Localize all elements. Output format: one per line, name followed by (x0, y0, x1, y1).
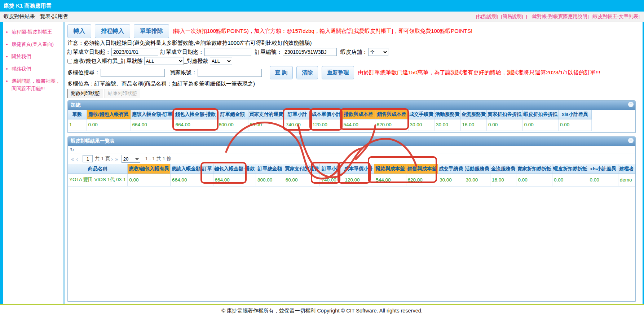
pager-next-icon[interactable]: › (111, 156, 113, 162)
import-button[interactable]: 轉入 (67, 24, 91, 38)
sidebar-item-home[interactable]: 康捷首頁(登入畫面) (12, 41, 62, 48)
body-layout: 流程圖-蝦皮對帳王 康捷首頁(登入畫面) 關於我們 聯絡我們 遇到問題，臉書社團… (0, 22, 644, 304)
totals-col-payment: 金流服務費 (460, 110, 487, 119)
help-links: [扣點說明] [簡易說明] [一鍵對帳-對帳實際應用說明] [蝦皮對帳王-文章列… (475, 13, 640, 20)
points-note: (轉入一次須扣100點蝦POINTS)，加入官方賴：@157fdzbq，輸入通關… (173, 28, 472, 35)
close-print-button[interactable]: 結束列印狀態 (105, 89, 140, 98)
results-panel: 蝦皮對帳結果一覽表 − ↻ « ‹ 共 1 頁 › » 20 1 - 1 共 1… (67, 136, 636, 302)
page-title: 蝦皮對帳結果一覽表-試用者 (4, 13, 68, 20)
link-onekey-help[interactable]: [一鍵對帳-對帳實際應用說明] (526, 14, 589, 19)
date-to-input[interactable] (204, 48, 251, 56)
sidebar-item-about[interactable]: 關於我們 (12, 53, 62, 61)
totals-col-subtotal: 訂單小計 (284, 110, 311, 119)
results-col-order-total[interactable]: 訂單總金額 (256, 164, 284, 174)
results-col-creator[interactable]: 建檔者 (618, 164, 635, 174)
shop-select[interactable]: 全 (368, 48, 388, 56)
totals-panel-title: 加總 (71, 102, 80, 108)
results-panel-title: 蝦皮對帳結果一覽表 (71, 138, 115, 144)
totals-col-cost: 成本單價小計 (311, 110, 342, 119)
buyer-input[interactable] (198, 69, 262, 77)
multi-search-label: 多欄位搜尋： (67, 69, 100, 76)
link-article-list[interactable]: [蝦皮對帳王-文章列表] (592, 14, 640, 19)
open-print-button[interactable]: 開啟列印狀態 (67, 89, 103, 98)
pager-first-icon[interactable]: « (71, 156, 74, 162)
totals-header-row: 筆數 應收/錢包入帳有異 應該入帳金額-訂單 錢包入帳金額-撥款 訂單總金額 買… (68, 110, 592, 119)
totals-table: 筆數 應收/錢包入帳有異 應該入帳金額-訂單 錢包入帳金額-撥款 訂單總金額 買… (68, 110, 592, 131)
collapse-icon[interactable]: − (628, 102, 634, 107)
sidebar-item-facebook[interactable]: 遇到問題，臉書社團，問問題不用錢!!! (12, 78, 62, 93)
page-header: 蝦皮對帳結果一覽表-試用者 [扣點說明] [簡易說明] [一鍵對帳-對帳實際應用… (0, 12, 644, 22)
results-col-diff-flag[interactable]: 應收/錢包入帳有異 (128, 164, 171, 174)
sidebar-item-flowchart[interactable]: 流程圖-蝦皮對帳王 (12, 29, 62, 36)
results-header-row: 商品名稱 應收/錢包入帳有異 應該入帳金額-訂單 錢包入帳金額-撥款 訂單總金額… (68, 164, 635, 174)
date-from-input[interactable] (111, 48, 158, 56)
refresh-icon[interactable]: ↻ (70, 147, 74, 153)
results-col-fee[interactable]: 成交手續費 (438, 164, 464, 174)
order-status-select[interactable]: ALL (144, 57, 184, 65)
pager-total-pages: 共 1 頁 (95, 156, 110, 162)
main-content: 轉入 排程轉入 單筆排除 (轉入一次須扣100點蝦POINTS)，加入官方賴：@… (63, 22, 643, 304)
results-col-sales-diff[interactable]: 銷售與成本差 (406, 164, 438, 174)
clear-button[interactable]: 清除 (296, 66, 318, 79)
multi-search-input[interactable] (101, 69, 165, 77)
table-row[interactable]: YOTA 豐田 VIOS 1代 03-1 0.00 664.00 664.00 … (68, 174, 635, 187)
pager-prev-icon[interactable]: ‹ (76, 156, 78, 162)
sidebar-menu: 流程圖-蝦皮對帳王 康捷首頁(登入畫面) 關於我們 聯絡我們 遇到問題，臉書社團… (12, 29, 62, 93)
link-simple-help[interactable]: [簡易說明] (501, 14, 523, 19)
footer: © 康捷電腦著作權所有，並保留一切權利 Copyright © CIT Soft… (0, 304, 644, 315)
pager-page-input[interactable] (83, 155, 93, 162)
sidebar-item-contact[interactable]: 聯絡我們 (12, 65, 62, 73)
pager-range: 1 - 1 共 1 條 (145, 156, 172, 162)
totals-col-sales-diff: 銷售與成本差 (375, 110, 408, 119)
totals-col-xls-diff: xls小計差異 (559, 110, 592, 119)
shop-label: 蝦皮店舖： (340, 49, 367, 56)
pager-size-select[interactable]: 20 (122, 155, 140, 163)
totals-table-wrap: 筆數 應收/錢包入帳有異 應該入帳金額-訂單 錢包入帳金額-撥款 訂單總金額 買… (68, 110, 635, 132)
results-col-payment[interactable]: 金流服務費 (490, 164, 516, 174)
results-col-seller-coupon[interactable]: 賣家折扣券折抵 (516, 164, 552, 174)
copyright-text: © 康捷電腦著作權所有，並保留一切權利 Copyright © CIT Soft… (221, 308, 423, 314)
multi-field-note: 多欄位為：訂單編號、商品名稱(商品名稱：如訂單為多筆明細僅以一筆表現之) (67, 80, 640, 87)
results-col-cost[interactable]: 成本單價小計 (343, 164, 374, 174)
schedule-import-button[interactable]: 排程轉入 (95, 24, 130, 38)
app-title: 康捷 K1 商務應用雲 (4, 3, 52, 9)
results-col-subtotal[interactable]: 訂單小計 (320, 164, 343, 174)
import-toolbar: 轉入 排程轉入 單筆排除 (轉入一次須扣100點蝦POINTS)，加入官方賴：@… (67, 24, 640, 38)
results-col-wallet[interactable]: 錢包入帳金額-撥款 (213, 164, 256, 174)
search-button[interactable]: 查 詢 (270, 66, 293, 79)
print-row: 開啟列印狀態 結束列印狀態 (67, 89, 640, 98)
diff-checkbox-label: 應收/錢包入帳有異_訂單狀態 (73, 58, 143, 65)
results-col-payout-diff[interactable]: 撥款與成本差 (374, 164, 406, 174)
buyer-label: 買家帳號： (170, 69, 197, 76)
totals-col-diff-flag: 應收/錢包入帳有異 (87, 110, 131, 119)
test-notice: 由於訂單總筆數已達150萬筆，為了讓測試者有更好的體驗，測試者將只運算2023/… (358, 69, 600, 76)
totals-col-seller-coupon: 賣家折扣券折抵 (487, 110, 523, 119)
pager: « ‹ 共 1 頁 › » 20 1 - 1 共 1 條 (68, 153, 635, 164)
results-table: 商品名稱 應收/錢包入帳有異 應該入帳金額-訂單 錢包入帳金額-撥款 訂單總金額… (68, 164, 635, 187)
filter-row-status: 應收/錢包入帳有異_訂單狀態 ALL _對應撥款 ALL (67, 57, 640, 65)
totals-col-count: 筆數 (68, 110, 87, 119)
totals-col-expected: 應該入帳金額-訂單 (131, 110, 174, 119)
totals-col-payout-diff: 撥款與成本差 (342, 110, 375, 119)
date-to-label: 訂單成立日期迄： (160, 49, 204, 56)
payout-select[interactable]: ALL (210, 57, 232, 65)
order-no-input[interactable] (283, 48, 337, 56)
results-col-shopee-coupon[interactable]: 蝦皮折扣券折抵 (552, 164, 588, 174)
filter-row-dates: 訂單成立日期起： 訂單成立日期迄： 訂單編號： 蝦皮店舖： 全 (67, 48, 640, 56)
pager-last-icon[interactable]: » (115, 156, 118, 162)
link-points-help[interactable]: [扣點說明] (476, 14, 498, 19)
results-col-expected[interactable]: 應該入帳金額-訂單 (171, 164, 213, 174)
totals-col-wallet: 錢包入帳金額-撥款 (174, 110, 217, 119)
results-col-xls-diff[interactable]: xls小計差異 (588, 164, 618, 174)
collapse-icon[interactable]: − (628, 138, 634, 143)
grid-toolbar: ↻ (68, 146, 635, 153)
single-exclude-button[interactable]: 單筆排除 (134, 24, 169, 38)
totals-col-activity: 活動服務費 (435, 110, 461, 119)
results-col-activity[interactable]: 活動服務費 (464, 164, 490, 174)
diff-checkbox[interactable] (67, 59, 72, 64)
totals-value-row: 1 0.00 664.00 664.00 800.00 60.00 740.00… (68, 119, 592, 131)
results-col-buyer-ship[interactable]: 買家支付的運費 (284, 164, 320, 174)
refresh-data-button[interactable]: 重新整理 (322, 66, 354, 79)
results-table-wrap: 商品名稱 應收/錢包入帳有異 應該入帳金額-訂單 錢包入帳金額-撥款 訂單總金額… (68, 164, 635, 301)
results-col-product[interactable]: 商品名稱 (68, 164, 128, 174)
